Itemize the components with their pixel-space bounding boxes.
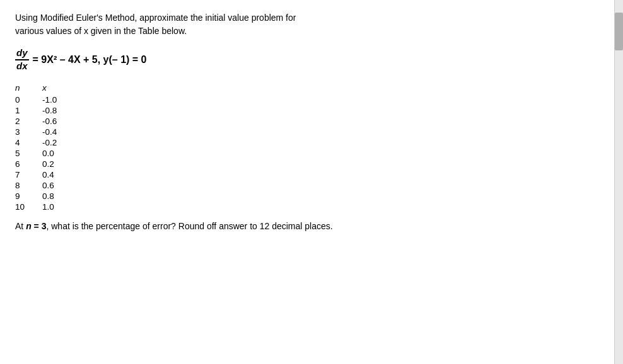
intro-line1: Using Modified Euler's Method, approxima… bbox=[15, 13, 296, 23]
cell-x: 0.0 bbox=[42, 148, 74, 159]
cell-x: 0.8 bbox=[42, 191, 74, 202]
cell-x: -0.4 bbox=[42, 127, 74, 137]
cell-x: 0.2 bbox=[42, 159, 74, 169]
cell-n: 3 bbox=[15, 127, 42, 137]
cell-n: 9 bbox=[15, 191, 42, 202]
question-rest: , what is the percentage of error? Round… bbox=[46, 221, 332, 231]
table-row: 0-1.0 bbox=[15, 94, 74, 105]
cell-x: 1.0 bbox=[42, 202, 74, 212]
table-row: 101.0 bbox=[15, 202, 74, 212]
question-n-label: n bbox=[26, 221, 32, 231]
table-section: n x 0-1.01-0.82-0.63-0.44-0.250.060.270.… bbox=[15, 82, 599, 212]
fraction-numerator: dy bbox=[15, 48, 29, 60]
cell-n: 7 bbox=[15, 169, 42, 180]
table-row: 1-0.8 bbox=[15, 105, 74, 116]
table-row: 4-0.2 bbox=[15, 137, 74, 148]
cell-x: -0.6 bbox=[42, 116, 74, 127]
table-row: 70.4 bbox=[15, 169, 74, 180]
page-container: Using Modified Euler's Method, approxima… bbox=[0, 0, 623, 364]
cell-x: -1.0 bbox=[42, 94, 74, 105]
question-text: At n = 3, what is the percentage of erro… bbox=[15, 221, 599, 231]
cell-n: 6 bbox=[15, 159, 42, 169]
table-row: 3-0.4 bbox=[15, 127, 74, 137]
cell-n: 4 bbox=[15, 137, 42, 148]
col-header-n: n bbox=[15, 82, 42, 94]
fraction-denominator: dx bbox=[15, 60, 29, 72]
fraction: dy dx bbox=[15, 48, 29, 71]
scrollbar-thumb[interactable] bbox=[615, 13, 623, 50]
cell-n: 2 bbox=[15, 116, 42, 127]
cell-n: 5 bbox=[15, 148, 42, 159]
intro-paragraph: Using Modified Euler's Method, approxima… bbox=[15, 11, 599, 38]
scrollbar[interactable] bbox=[614, 0, 623, 364]
equation-rhs: = 9X² – 4X + 5, y(– 1) = 0 bbox=[33, 54, 147, 65]
table-row: 60.2 bbox=[15, 159, 74, 169]
cell-n: 0 bbox=[15, 94, 42, 105]
equation-block: dy dx = 9X² – 4X + 5, y(– 1) = 0 bbox=[15, 48, 599, 71]
table-row: 80.6 bbox=[15, 180, 74, 191]
table-header-row: n x bbox=[15, 82, 74, 94]
table-row: 50.0 bbox=[15, 148, 74, 159]
cell-x: 0.6 bbox=[42, 180, 74, 191]
cell-n: 8 bbox=[15, 180, 42, 191]
cell-n: 10 bbox=[15, 202, 42, 212]
cell-n: 1 bbox=[15, 105, 42, 116]
table-row: 2-0.6 bbox=[15, 116, 74, 127]
table-row: 90.8 bbox=[15, 191, 74, 202]
col-header-x: x bbox=[42, 82, 74, 94]
data-table: n x 0-1.01-0.82-0.63-0.44-0.250.060.270.… bbox=[15, 82, 74, 212]
cell-x: -0.8 bbox=[42, 105, 74, 116]
question-equals: = bbox=[34, 221, 39, 231]
cell-x: 0.4 bbox=[42, 169, 74, 180]
cell-x: -0.2 bbox=[42, 137, 74, 148]
table-body: 0-1.01-0.82-0.63-0.44-0.250.060.270.480.… bbox=[15, 94, 74, 212]
content-area: Using Modified Euler's Method, approxima… bbox=[0, 0, 614, 364]
intro-line2: various values of x given in the Table b… bbox=[15, 26, 187, 36]
